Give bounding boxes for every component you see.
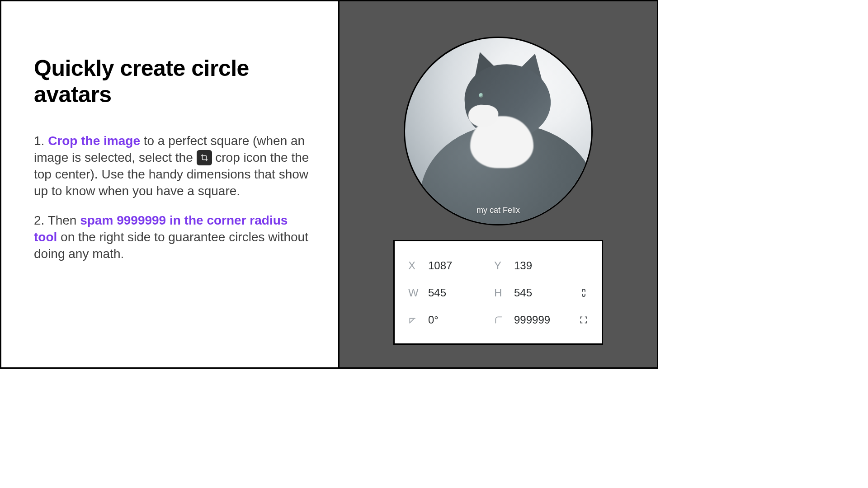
step-1: 1. Crop the image to a perfect square (w… — [34, 133, 311, 200]
independent-corners-icon[interactable] — [577, 314, 590, 326]
instructions-panel: Quickly create circle avatars 1. Crop th… — [1, 1, 340, 367]
avatar: my cat Felix — [404, 37, 593, 225]
step-2: 2. Then spam 9999999 in the corner radiu… — [34, 212, 311, 263]
step-2-number: 2. Then — [34, 213, 80, 227]
step-1-number: 1. — [34, 134, 48, 148]
x-label: X — [408, 259, 418, 272]
row-radius: 0° 999999 — [408, 306, 590, 333]
step-1-highlight: Crop the image — [48, 134, 140, 148]
corner-radius-icon — [494, 315, 504, 324]
link-dimensions-icon[interactable] — [577, 286, 590, 299]
avatar-caption: my cat Felix — [476, 206, 520, 215]
x-input[interactable]: 1087 — [428, 259, 452, 272]
cat-illustration — [405, 38, 591, 224]
instructions-body: 1. Crop the image to a perfect square (w… — [34, 133, 311, 263]
step-2-text: on the right side to guarantee circles w… — [34, 230, 308, 261]
corner-radius-input[interactable]: 999999 — [514, 314, 550, 326]
w-label: W — [408, 286, 418, 299]
row-size: W 545 H 545 — [408, 279, 590, 306]
y-input[interactable]: 139 — [514, 259, 532, 272]
properties-panel: X 1087 Y 139 W 545 H 545 — [393, 240, 603, 345]
h-input[interactable]: 545 — [514, 286, 532, 299]
h-label: H — [494, 286, 504, 299]
rotation-input[interactable]: 0° — [428, 314, 439, 326]
page-title: Quickly create circle avatars — [34, 56, 311, 108]
rotation-icon — [408, 315, 418, 324]
w-input[interactable]: 545 — [428, 286, 446, 299]
y-label: Y — [494, 259, 504, 272]
slide: Quickly create circle avatars 1. Crop th… — [0, 0, 658, 369]
preview-panel: my cat Felix X 1087 Y 139 W 545 — [340, 1, 657, 367]
crop-icon — [197, 150, 212, 165]
row-position: X 1087 Y 139 — [408, 252, 590, 279]
